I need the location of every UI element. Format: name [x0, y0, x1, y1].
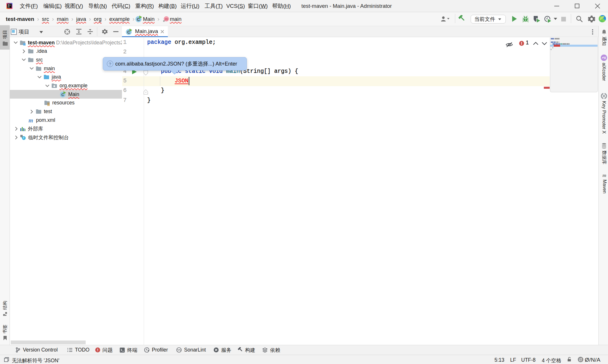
svg-text:m: m: [165, 17, 168, 21]
svg-text:m: m: [602, 173, 606, 178]
svg-text:m: m: [28, 117, 33, 123]
